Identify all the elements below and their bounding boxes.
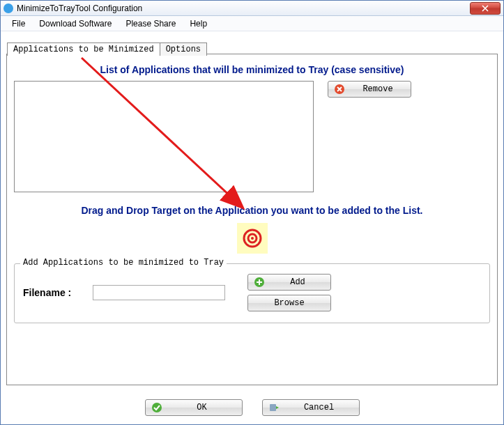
- fieldset-legend: Add Applications to be minimized to Tray: [20, 258, 227, 268]
- remove-label: Remove: [352, 84, 404, 94]
- drag-target[interactable]: [237, 223, 268, 254]
- close-button[interactable]: [470, 2, 501, 15]
- menubar: File Download Software Please Share Help: [1, 16, 503, 31]
- tabstrip: Applications to be Minimized Options: [7, 42, 206, 56]
- cancel-label: Cancel: [287, 403, 352, 412]
- list-heading: List of Applications that will be minimi…: [14, 64, 490, 75]
- dialog-buttons: OK Cancel: [5, 399, 499, 416]
- tab-options[interactable]: Options: [160, 42, 207, 56]
- menu-help[interactable]: Help: [183, 17, 214, 30]
- titlebar: MinimizeToTrayTool Configuration: [1, 1, 503, 16]
- ok-button[interactable]: OK: [145, 399, 243, 416]
- applications-listbox[interactable]: [14, 81, 314, 192]
- app-icon: [3, 3, 13, 13]
- drag-heading: Drag and Drop Target on the Application …: [14, 205, 490, 216]
- svg-point-6: [152, 403, 162, 412]
- filename-label: Filename :: [23, 287, 86, 298]
- client-area: 河东软件园 www.pc0359.cn Applications to be M…: [5, 33, 499, 420]
- svg-point-3: [251, 237, 254, 240]
- filename-input[interactable]: [93, 285, 225, 300]
- tab-applications[interactable]: Applications to be Minimized: [7, 42, 160, 56]
- add-label: Add: [272, 277, 323, 287]
- cancel-icon: [268, 402, 280, 413]
- ok-icon: [151, 402, 162, 413]
- menu-file[interactable]: File: [5, 17, 32, 30]
- menu-please-share[interactable]: Please Share: [119, 17, 183, 30]
- ok-label: OK: [169, 403, 235, 412]
- svg-rect-7: [270, 404, 276, 411]
- cancel-button[interactable]: Cancel: [262, 399, 360, 416]
- close-icon: [482, 5, 489, 12]
- add-button[interactable]: Add: [247, 274, 331, 291]
- menu-download-software[interactable]: Download Software: [32, 17, 119, 30]
- add-icon: [254, 277, 265, 288]
- remove-icon: [334, 84, 345, 95]
- target-icon: [242, 228, 263, 249]
- window-title: MinimizeToTrayTool Configuration: [17, 3, 470, 13]
- browse-label: Browse: [255, 298, 323, 308]
- window-frame: MinimizeToTrayTool Configuration File Do…: [0, 0, 504, 425]
- add-fieldset: Add Applications to be minimized to Tray…: [14, 263, 490, 323]
- remove-button[interactable]: Remove: [328, 81, 411, 98]
- tab-panel: List of Applications that will be minimi…: [6, 54, 498, 385]
- browse-button[interactable]: Browse: [247, 295, 331, 311]
